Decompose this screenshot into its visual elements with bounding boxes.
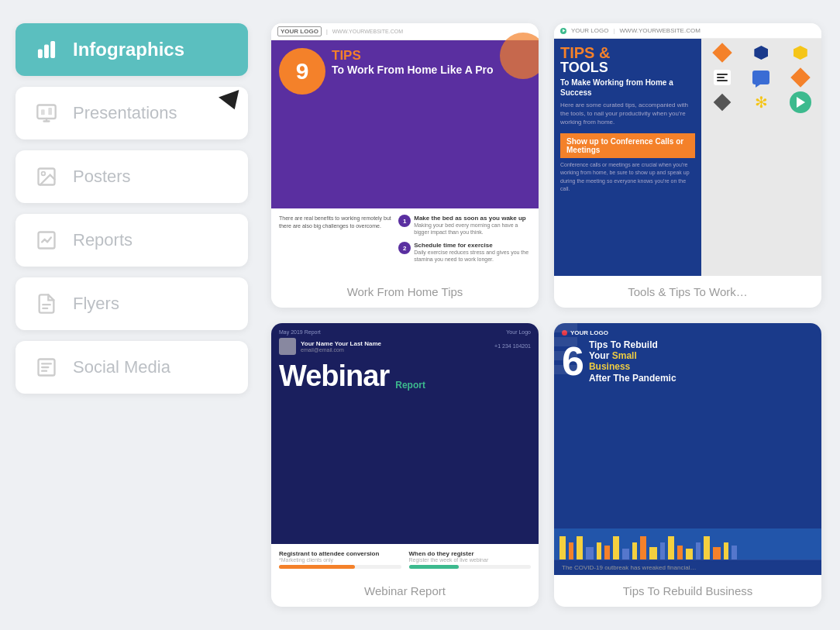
- tools-body: Here are some curated tips, accompanied …: [560, 101, 695, 127]
- shape-play-btn: [783, 91, 818, 113]
- step-1-number: 1: [398, 215, 411, 227]
- sidebar-item-social-media[interactable]: Social Media: [15, 341, 248, 394]
- sidebar-item-reports[interactable]: Reports: [15, 214, 248, 267]
- webinar-progress-bar-2: [409, 565, 532, 569]
- tools-website: WWW.YOURWEBSITE.COM: [620, 27, 701, 34]
- main-content: YOUR LOGO | WWW.YOURWEBSITE.COM 9 TIPS T…: [263, 0, 840, 630]
- svg-rect-4: [41, 109, 45, 115]
- thumbnail-tools: YOUR LOGO | WWW.YOURWEBSITE.COM TIPS & T…: [554, 23, 821, 276]
- shape-yellow-hex: [783, 42, 818, 64]
- tools-orange-title: Show up to Conference Calls or Meetings: [566, 137, 689, 154]
- card-label-wfh: Work From Home Tips: [271, 276, 539, 308]
- sidebar-item-label: Flyers: [73, 294, 119, 314]
- shape-gray-diamond: [704, 91, 740, 113]
- step-1-desc: Making your bed every morning can have a…: [414, 222, 531, 236]
- svg-rect-1: [45, 45, 49, 57]
- wfh-number: 9: [279, 48, 325, 95]
- svg-rect-5: [48, 108, 52, 115]
- step-2-number: 2: [398, 242, 411, 254]
- thumbnail-webinar: May 2019 Report Your Logo Your Name Your…: [271, 323, 539, 576]
- shape-star: ✻: [743, 91, 779, 113]
- webinar-phone: +1 234 104201: [494, 343, 531, 349]
- biz-body: The COVID-19 outbreak has wreaked financ…: [554, 559, 821, 575]
- shape-list-icon: [704, 67, 740, 88]
- biz-stripes-decoration: [554, 323, 577, 529]
- svg-point-7: [42, 172, 46, 176]
- card-label-tools: Tools & Tips To Work…: [554, 276, 821, 308]
- document-icon: [34, 291, 59, 316]
- bar-chart-icon: [34, 37, 59, 62]
- sidebar-item-flyers[interactable]: Flyers: [15, 277, 248, 330]
- webinar-report-tag: Report: [395, 380, 425, 391]
- sidebar-item-presentations[interactable]: Presentations: [15, 87, 248, 139]
- shape-blue-hex: [743, 42, 779, 64]
- biz-title: Tips To Rebuild Your Small Business Afte…: [589, 339, 676, 384]
- sidebar-item-label: Reports: [73, 230, 133, 250]
- card-business[interactable]: YOUR LOGO 6 Tips To Rebuild Your Small B…: [554, 323, 821, 608]
- webinar-avatar: [279, 338, 296, 355]
- webinar-progress-fill-1: [279, 565, 355, 569]
- tools-title-line2: TOOLS: [560, 60, 695, 74]
- sidebar-item-posters[interactable]: Posters: [15, 150, 248, 203]
- card-webinar[interactable]: May 2019 Report Your Logo Your Name Your…: [271, 323, 539, 608]
- step-1-title: Make the bed as soon as you wake up: [414, 215, 531, 222]
- webinar-big-word: Webinar: [279, 361, 389, 391]
- sidebar-item-label: Infographics: [73, 39, 184, 60]
- webinar-stat2-title: When do they register: [409, 550, 532, 557]
- sidebar-item-label: Posters: [73, 167, 131, 187]
- thumbnail-business: YOUR LOGO 6 Tips To Rebuild Your Small B…: [554, 323, 821, 576]
- biz-city-row: [554, 528, 821, 559]
- card-tools-tips[interactable]: YOUR LOGO | WWW.YOURWEBSITE.COM TIPS & T…: [554, 23, 821, 308]
- webinar-stat1-note: *Marketing clients only: [279, 557, 401, 563]
- social-icon: [34, 355, 59, 380]
- webinar-logo: Your Logo: [506, 329, 531, 335]
- sidebar-item-infographics[interactable]: Infographics: [15, 23, 248, 76]
- svg-rect-3: [37, 105, 55, 119]
- tools-title-line1: TIPS &: [560, 45, 695, 60]
- wfh-body-text: There are real benefits to working remot…: [279, 215, 392, 269]
- webinar-person-email: email@email.com: [301, 347, 381, 353]
- svg-rect-2: [51, 42, 55, 58]
- card-work-from-home[interactable]: YOUR LOGO | WWW.YOURWEBSITE.COM 9 TIPS T…: [271, 23, 539, 308]
- webinar-progress-bar-1: [279, 565, 401, 569]
- tools-make-working: To Make Working from Home a Success: [560, 77, 695, 98]
- play-icon: [560, 28, 566, 34]
- wfh-subtitle: To Work From Home Like A Pro: [332, 64, 531, 77]
- sidebar-item-label: Social Media: [73, 357, 170, 377]
- webinar-person-name: Your Name Your Last Name: [301, 340, 381, 347]
- thumbnail-wfh: YOUR LOGO | WWW.YOURWEBSITE.COM 9 TIPS T…: [271, 23, 539, 276]
- shape-chat-icon: [743, 67, 779, 88]
- wfh-tips-word: TIPS: [332, 48, 361, 63]
- webinar-stat2-note: Register the week of live webinar: [409, 557, 532, 563]
- card-label-webinar: Webinar Report: [271, 575, 539, 607]
- card-label-business: Tips To Rebuild Business: [554, 575, 821, 607]
- shape-orange-diamond-2: [783, 67, 818, 88]
- image-icon: [34, 164, 59, 189]
- tools-shapes-grid: ✻: [701, 39, 821, 276]
- webinar-date: May 2019 Report: [279, 329, 321, 335]
- shape-orange-diamond: [704, 42, 740, 64]
- step-2-title: Schedule time for exercise: [414, 242, 531, 249]
- tools-logo: YOUR LOGO: [571, 27, 608, 34]
- webinar-stat1-title: Registrant to attendee conversion: [279, 550, 401, 557]
- presentation-icon: [34, 101, 59, 126]
- sidebar-item-label: Presentations: [73, 103, 177, 123]
- svg-rect-0: [39, 50, 43, 58]
- step-2-desc: Daily exercise reduces stress and gives …: [414, 249, 531, 263]
- webinar-progress-fill-2: [409, 565, 460, 569]
- tools-conference-body: Conference calls or meetings are crucial…: [560, 158, 695, 197]
- chart-icon: [34, 228, 59, 253]
- svg-marker-10: [563, 29, 566, 33]
